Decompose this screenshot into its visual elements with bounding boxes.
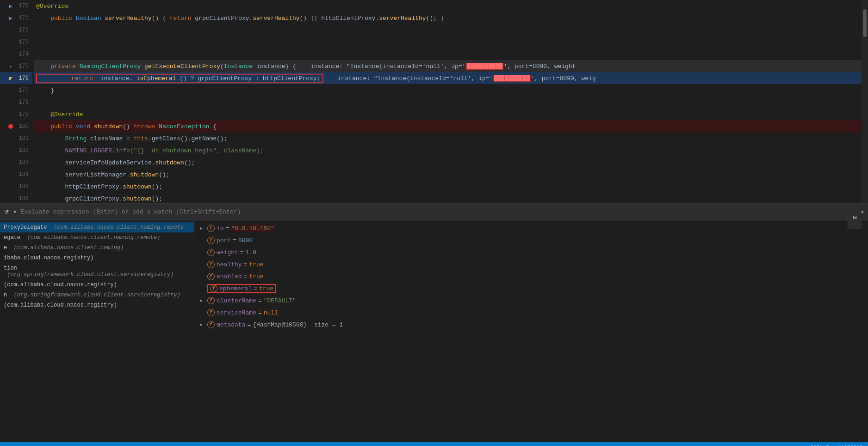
var-equals: =: [258, 309, 262, 316]
var-equals: =: [244, 261, 248, 268]
code-line-174: [34, 48, 868, 60]
var-name-healthy: healthy: [217, 261, 242, 268]
line-number-177: 177: [16, 87, 29, 94]
arrow-icon-170: ▶: [7, 3, 14, 9]
line-number-180: 180: [16, 123, 29, 130]
code-token: boolean: [76, 15, 101, 22]
code-token: serviceInfoUpdateService.: [36, 159, 155, 166]
dropdown-icon[interactable]: ▾: [13, 208, 17, 216]
var-value-ip: "8.8.10.150": [231, 225, 274, 232]
side-panel-toggle[interactable]: ⊞: [848, 206, 862, 229]
gutter-line-176: ☛ 176: [0, 72, 32, 84]
gutter-line-174: 174: [0, 48, 32, 60]
filter-icon[interactable]: ⧩: [4, 208, 9, 216]
variable-servicename[interactable]: f serviceName = null: [194, 307, 868, 319]
var-name-enabled: enabled: [217, 273, 242, 280]
field-icon: f: [207, 249, 215, 256]
gutter-line-172: 172: [0, 24, 32, 36]
horizontal-scrollbar[interactable]: [0, 203, 868, 204]
debug-panel: ⧩ ▾ + ▾ ProxyDelegate (com.alibaba.nacos…: [0, 204, 868, 442]
variable-metadata[interactable]: ▶ f metadata = {HashMap@10568} size = 1: [194, 319, 868, 331]
code-token: NacosException: [159, 123, 209, 130]
scroll-thumb[interactable]: [863, 9, 867, 37]
var-name-ephemeral: ephemeral: [219, 285, 252, 292]
gutter-line-170: ▶ 170: [0, 0, 32, 12]
code-token: [101, 15, 105, 22]
code-token: httpClientProxy.: [36, 183, 123, 190]
code-token: ();: [152, 183, 162, 190]
debug-toolbar: ⧩ ▾ + ▾: [0, 204, 868, 220]
variable-ephemeral[interactable]: f ephemeral = true: [194, 283, 868, 295]
gutter-line-182: 182: [0, 144, 32, 157]
variable-ip[interactable]: ▶ f ip = "8.8.10.150": [194, 222, 868, 234]
variable-clustername[interactable]: ▶ f clusterName = "DEFAULT": [194, 295, 868, 307]
field-icon: f: [207, 261, 215, 268]
stack-item-1[interactable]: egate (com.alibaba.nacos.client.naming.r…: [0, 232, 194, 243]
code-token: instance: "Instance{instanceId='null', i…: [323, 75, 493, 82]
code-line-177: }: [34, 84, 868, 96]
var-name-weight: weight: [217, 249, 238, 256]
stack-package: (org.springframework.cloud.client.servic…: [4, 271, 174, 278]
expand-icon: [200, 274, 207, 279]
evaluate-expression-input[interactable]: [20, 208, 848, 215]
code-token: return: [71, 75, 93, 82]
stack-class-name: ibaba.cloud.nacos.registry): [4, 255, 93, 261]
field-icon: f: [207, 237, 215, 244]
line-number-184: 184: [16, 171, 29, 178]
code-token: (): [123, 123, 133, 130]
code-token: isEphemeral: [136, 75, 176, 82]
code-token: [72, 15, 76, 22]
panel-icon: ⊞: [853, 214, 856, 221]
stack-item-6[interactable]: n (org.springframework.cloud.client.serv…: [0, 290, 194, 300]
code-token: throws: [134, 123, 155, 130]
code-token: () ? grpcClientProxy : httpClientProxy;: [180, 75, 320, 82]
var-equals: =: [244, 273, 248, 280]
code-line-176: return instance. isEphemeral () ? grpcCl…: [34, 72, 868, 84]
variable-healthy[interactable]: f healthy = true: [194, 258, 868, 270]
gutter-line-181: 181: [0, 132, 32, 144]
breakpoint-icon-180: [7, 123, 14, 130]
code-token: @Override: [50, 111, 83, 118]
code-line-186: grpcClientProxy. shutdown ();: [34, 193, 868, 203]
field-icon: f: [210, 285, 217, 292]
variable-enabled[interactable]: f enabled = true: [194, 270, 868, 283]
code-token: ', port=8090, weig: [531, 75, 595, 82]
stack-item-3[interactable]: ibaba.cloud.nacos.registry): [0, 253, 194, 263]
code-line-179: @Override: [34, 108, 868, 120]
gutter-line-179: 179: [0, 108, 32, 120]
code-token: String: [65, 135, 87, 142]
code-token: this: [134, 135, 148, 142]
line-number-178: 178: [16, 99, 29, 106]
code-token: [76, 63, 80, 70]
code-token: instance.: [97, 75, 133, 82]
code-token: getExecuteClientProxy: [144, 63, 220, 70]
gutter-line-175: ✦ 175: [0, 60, 32, 72]
gutter-line-184: 184: [0, 169, 32, 181]
stack-class-name: (com.alibaba.cloud.nacos.registry): [4, 302, 117, 308]
gutter-line-186: 186: [0, 193, 32, 204]
expand-icon: ▶: [200, 226, 207, 231]
stack-package: (com.alibaba.nacos.client.naming): [10, 245, 124, 251]
variable-port[interactable]: f port = 8090: [194, 234, 868, 246]
expand-icon: [200, 238, 207, 243]
stack-item-4[interactable]: tion (org.springframework.cloud.client.s…: [0, 263, 194, 280]
stack-item-7[interactable]: (com.alibaba.cloud.nacos.registry): [0, 300, 194, 310]
stack-item-5[interactable]: (com.alibaba.cloud.nacos.registry): [0, 280, 194, 290]
ephemeral-highlighted-box: f ephemeral = true: [207, 284, 276, 293]
expand-icon: ▶: [200, 322, 207, 327]
code-token: [155, 123, 159, 130]
variable-weight[interactable]: f weight = 1.0: [194, 246, 868, 258]
line-number-182: 182: [16, 147, 29, 154]
var-value-weight: 1.0: [246, 249, 256, 256]
code-token: shutdown: [123, 195, 151, 202]
stack-item-0[interactable]: ProxyDelegate (com.alibaba.nacos.client.…: [0, 222, 194, 232]
gutter-line-173: 173: [0, 36, 32, 48]
vertical-scrollbar[interactable]: [862, 0, 868, 203]
line-number-171: 171: [16, 15, 29, 21]
code-token: [36, 15, 50, 22]
code-token: shutdown: [155, 159, 184, 166]
code-token: ', port=8090, weight: [503, 63, 576, 70]
stack-item-2[interactable]: e (com.alibaba.nacos.client.naming): [0, 243, 194, 253]
code-token: @Override: [36, 3, 68, 10]
code-line-175: private NamingClientProxy getExecuteClie…: [34, 60, 868, 72]
